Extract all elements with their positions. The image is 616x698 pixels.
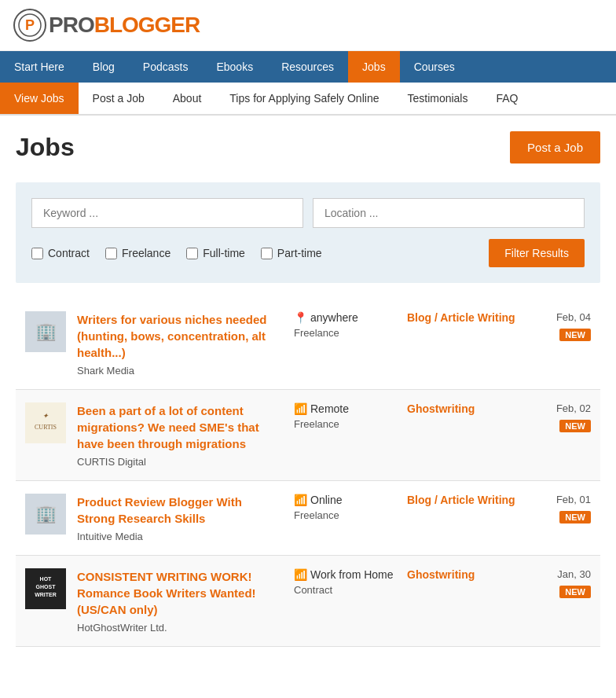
subnav-faq[interactable]: FAQ — [482, 83, 532, 114]
new-badge-2: NEW — [559, 420, 591, 432]
job-main-4: CONSISTENT WRITING WORK! Romance Book Wr… — [77, 568, 283, 634]
filter-freelance[interactable]: Freelance — [105, 247, 170, 259]
nav-courses[interactable]: Courses — [400, 51, 469, 83]
job-company-3: Intuitive Media — [77, 531, 143, 542]
job-title-2[interactable]: Been a part of a lot of content migratio… — [77, 402, 283, 452]
checkbox-contract[interactable] — [31, 248, 43, 259]
job-logo-1: 🏢 — [25, 311, 66, 352]
pin-icon: 📍 — [294, 311, 307, 324]
job-company-1: Shark Media — [77, 365, 134, 377]
location-value-2: Remote — [310, 402, 349, 415]
filter-contract[interactable]: Contract — [31, 247, 90, 259]
job-meta-3: Feb, 01 NEW — [528, 494, 591, 524]
category-link-2[interactable]: Ghostwriting — [407, 402, 475, 415]
page-title: Jobs — [16, 133, 75, 162]
subnav-testimonials[interactable]: Testimonials — [393, 83, 482, 114]
nav-ebooks[interactable]: Ebooks — [202, 51, 267, 83]
job-location-4: 📶 Work from Home Contract — [294, 568, 396, 596]
job-title-4[interactable]: CONSISTENT WRITING WORK! Romance Book Wr… — [77, 568, 283, 618]
job-location-text-4: 📶 Work from Home — [294, 568, 396, 581]
category-link-1[interactable]: Blog / Article Writing — [407, 311, 515, 324]
wifi-icon-2: 📶 — [294, 402, 307, 415]
new-badge-4: NEW — [559, 586, 591, 598]
job-main-3: Product Review Blogger With Strong Resea… — [77, 494, 283, 542]
filter-row: Contract Freelance Full-time Part-time F… — [31, 239, 585, 267]
category-link-4[interactable]: Ghostwriting — [407, 568, 475, 581]
subnav-post-a-job[interactable]: Post a Job — [79, 83, 159, 114]
job-date-2: Feb, 02 — [528, 402, 591, 414]
svg-text:WRITER: WRITER — [35, 592, 57, 597]
new-badge-3: NEW — [559, 511, 591, 524]
category-link-3[interactable]: Blog / Article Writing — [407, 494, 515, 506]
filter-results-button[interactable]: Filter Results — [489, 239, 585, 267]
nav-jobs[interactable]: Jobs — [348, 51, 400, 83]
job-meta-4: Jan, 30 NEW — [528, 568, 591, 598]
job-location-text-1: 📍 anywhere — [294, 311, 396, 324]
nav-start-here[interactable]: Start Here — [0, 51, 79, 83]
logo-pro: PRO — [49, 13, 94, 37]
job-type-3: Freelance — [294, 509, 396, 521]
svg-text:GHOST: GHOST — [36, 584, 57, 590]
filter-fulltime-label: Full-time — [203, 247, 245, 259]
post-job-button[interactable]: Post a Job — [510, 131, 600, 163]
table-row: 🏢 Writers for various niches needed (hun… — [16, 299, 600, 390]
building-icon-3: 🏢 — [35, 504, 57, 524]
job-logo-2: ✦ CURTIS — [25, 402, 66, 443]
subnav-about[interactable]: About — [159, 83, 216, 114]
job-main-2: Been a part of a lot of content migratio… — [77, 402, 283, 468]
filter-fulltime[interactable]: Full-time — [186, 247, 245, 259]
table-row: 🏢 Product Review Blogger With Strong Res… — [16, 481, 600, 556]
job-title-1[interactable]: Writers for various niches needed (hunti… — [77, 311, 283, 361]
svg-rect-3 — [25, 402, 66, 443]
job-location-1: 📍 anywhere Freelance — [294, 311, 396, 339]
job-company-4: HotGhostWriter Ltd. — [77, 622, 167, 634]
location-value-3: Online — [310, 494, 342, 506]
wifi-icon-4: 📶 — [294, 568, 307, 581]
table-row: ✦ CURTIS Been a part of a lot of content… — [16, 390, 600, 481]
subnav-view-jobs[interactable]: View Jobs — [0, 83, 79, 114]
job-logo-3: 🏢 — [25, 494, 66, 535]
checkbox-freelance[interactable] — [105, 248, 117, 259]
subnav-tips[interactable]: Tips for Applying Safely Online — [215, 83, 393, 114]
job-location-text-3: 📶 Online — [294, 494, 396, 506]
checkbox-parttime[interactable] — [261, 248, 273, 259]
keyword-input[interactable] — [31, 198, 303, 228]
wifi-icon-3: 📶 — [294, 494, 307, 506]
job-logo-4: HOT GHOST WRITER — [25, 568, 66, 609]
search-row — [31, 198, 585, 228]
job-category-4: Ghostwriting — [407, 568, 517, 581]
job-type-2: Freelance — [294, 418, 396, 430]
svg-text:✦: ✦ — [42, 412, 49, 420]
filter-freelance-label: Freelance — [122, 247, 170, 259]
location-value-4: Work from Home — [310, 568, 394, 581]
job-category-2: Ghostwriting — [407, 402, 517, 415]
job-location-3: 📶 Online Freelance — [294, 494, 396, 521]
location-input[interactable] — [313, 198, 585, 228]
svg-text:P: P — [25, 17, 35, 33]
job-meta-2: Feb, 02 NEW — [528, 402, 591, 432]
job-date-4: Jan, 30 — [528, 568, 591, 580]
nav-podcasts[interactable]: Podcasts — [129, 51, 203, 83]
table-row: HOT GHOST WRITER CONSISTENT WRITING WORK… — [16, 556, 600, 647]
job-category-3: Blog / Article Writing — [407, 494, 517, 506]
job-location-2: 📶 Remote Freelance — [294, 402, 396, 430]
new-badge-1: NEW — [559, 329, 591, 341]
logo[interactable]: P PROBLOGGER — [13, 8, 200, 42]
job-company-2: CURTIS Digital — [77, 456, 146, 468]
job-location-text-2: 📶 Remote — [294, 402, 396, 415]
checkbox-fulltime[interactable] — [186, 248, 198, 259]
sub-nav: View Jobs Post a Job About Tips for Appl… — [0, 83, 616, 116]
filter-parttime[interactable]: Part-time — [261, 247, 322, 259]
job-list: 🏢 Writers for various niches needed (hun… — [16, 299, 600, 647]
svg-text:CURTIS: CURTIS — [35, 424, 57, 431]
job-meta-1: Feb, 04 NEW — [528, 311, 591, 341]
job-title-3[interactable]: Product Review Blogger With Strong Resea… — [77, 494, 283, 527]
nav-resources[interactable]: Resources — [267, 51, 348, 83]
page-header: Jobs Post a Job — [16, 131, 600, 163]
svg-text:HOT: HOT — [40, 576, 53, 582]
search-area: Contract Freelance Full-time Part-time F… — [16, 182, 600, 283]
filter-parttime-label: Part-time — [277, 247, 322, 259]
logo-blogger: BLOGGER — [94, 13, 200, 37]
page-content: Jobs Post a Job Contract Freelance Full-… — [0, 116, 616, 663]
nav-blog[interactable]: Blog — [79, 51, 129, 83]
